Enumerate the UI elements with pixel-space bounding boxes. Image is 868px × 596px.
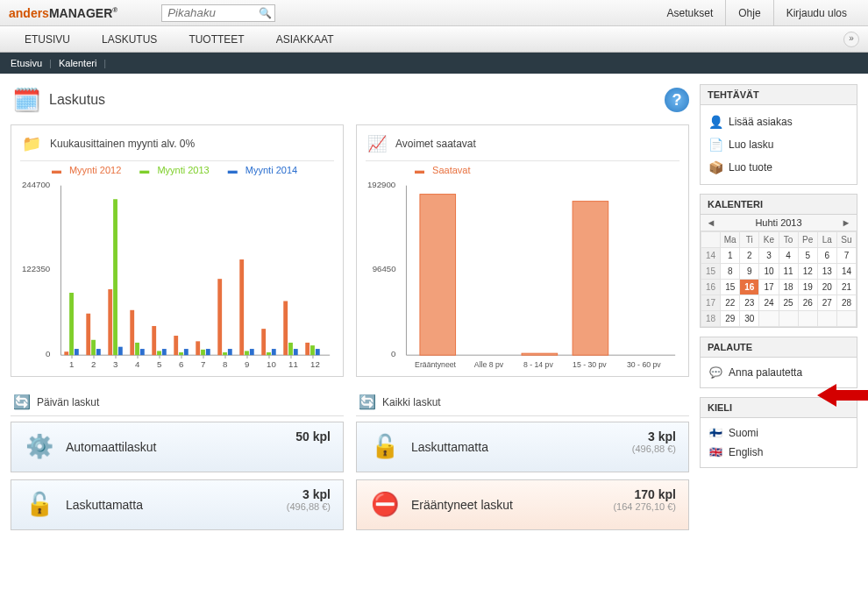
cal-day[interactable]: 4 (779, 248, 798, 264)
svg-text:244700: 244700 (22, 180, 50, 189)
svg-rect-27 (184, 349, 189, 355)
flag-fi-icon: 🇫🇮 (708, 425, 723, 441)
cal-day[interactable]: 22 (721, 295, 740, 311)
nav-more-button[interactable]: » (843, 32, 859, 47)
cal-day[interactable]: 5 (798, 248, 817, 264)
page-title-icon: 🗓️ (11, 84, 42, 116)
task-create-product[interactable]: 📦Luo tuote (708, 156, 850, 179)
cal-day[interactable]: 2 (740, 248, 759, 264)
cal-day[interactable]: 29 (721, 311, 740, 327)
cal-day[interactable]: 20 (817, 280, 836, 295)
cal-day[interactable]: 21 (836, 280, 856, 295)
svg-text:8: 8 (223, 359, 227, 369)
uninvoiced-today-card[interactable]: 🔓 Laskuttamatta 3 kpl(496,88 €) (11, 479, 344, 530)
annotation-arrow (817, 384, 868, 409)
subnav-kalenteri[interactable]: Kalenteri (59, 58, 96, 68)
svg-rect-35 (228, 349, 232, 355)
cal-day[interactable]: 18 (779, 280, 798, 295)
svg-rect-15 (118, 347, 123, 355)
svg-text:0: 0 (46, 349, 50, 358)
search-box: 🔍 (161, 4, 275, 22)
svg-rect-17 (130, 310, 134, 355)
sub-nav: Etusivu | Kalenteri | (0, 53, 868, 74)
monthly-sales-title: Kuukausittainen myynti alv. 0% (50, 138, 195, 150)
cal-day[interactable]: 23 (740, 295, 759, 311)
overdue-invoices-card[interactable]: ⛔ Erääntyneet laskut 170 kpl(164 276,10 … (356, 479, 689, 530)
top-links: Asetukset Ohje Kirjaudu ulos (655, 0, 859, 26)
cal-day[interactable]: 28 (836, 295, 856, 311)
cal-day[interactable]: 14 (836, 264, 856, 280)
nav-laskutus[interactable]: LASKUTUS (86, 26, 173, 53)
settings-link[interactable]: Asetukset (655, 0, 726, 26)
chart-row: 📁 Kuukausittainen myynti alv. 0% ▬ Myynt… (11, 124, 689, 377)
cal-day[interactable]: 9 (740, 264, 759, 280)
svg-text:30 - 60 pv: 30 - 60 pv (627, 360, 661, 369)
cal-day[interactable]: 3 (759, 248, 779, 264)
invoice-row: 🔄 Päivän laskut ⚙️ Automaattilaskut 50 k… (11, 389, 689, 537)
svg-rect-73 (573, 202, 608, 356)
chart1-body: 244700 122350 0 123456789101112 (20, 177, 334, 372)
lang-en[interactable]: 🇬🇧English (708, 443, 850, 462)
svg-rect-51 (316, 349, 320, 355)
cal-day[interactable]: 15 (721, 280, 740, 295)
cal-day[interactable]: 8 (721, 264, 740, 280)
cal-day[interactable]: 26 (798, 295, 817, 311)
chart2-body: 192900 96450 0 Erääntyneet Alle 8 pv 8 -… (366, 177, 679, 372)
svg-rect-38 (245, 351, 249, 355)
cal-day[interactable]: 6 (817, 248, 836, 264)
nav-asiakkaat[interactable]: ASIAKKAAT (260, 26, 350, 53)
help-link[interactable]: Ohje (725, 0, 772, 26)
svg-rect-5 (64, 351, 68, 355)
calendar-table: MaTiKeToPeLaSu 141234567 15891011121314 … (701, 231, 857, 327)
cal-day[interactable]: 13 (817, 264, 836, 280)
svg-text:12: 12 (310, 359, 320, 369)
cal-day[interactable]: 11 (779, 264, 798, 280)
box-icon: 📦 (708, 160, 723, 175)
cal-day[interactable]: 17 (759, 280, 779, 295)
refresh-icon: 🔄 (12, 393, 32, 412)
feedback-link[interactable]: 💬Anna palautetta (708, 363, 850, 382)
uninvoiced-all-card[interactable]: 🔓 Laskuttamatta 3 kpl(496,88 €) (356, 422, 689, 472)
speech-bubble-icon: 💬 (708, 365, 723, 380)
task-create-invoice[interactable]: 📄Luo lasku (708, 133, 850, 156)
chart1-legend: ▬ Myynti 2012 ▬ Myynti 2013 ▬ Myynti 201… (20, 165, 334, 175)
page-title: Laskutus (49, 92, 105, 108)
subnav-etusivu[interactable]: Etusivu (11, 58, 42, 68)
svg-rect-45 (283, 301, 288, 355)
all-invoices-col: 🔄 Kaikki laskut 🔓 Laskuttamatta 3 kpl(49… (356, 389, 689, 537)
content: 🗓️ Laskutus ? 📁 Kuukausittainen myynti a… (0, 74, 868, 548)
svg-rect-39 (250, 349, 254, 355)
cal-day[interactable]: 7 (836, 248, 856, 264)
cal-day[interactable]: 25 (779, 295, 798, 311)
svg-rect-29 (196, 341, 200, 355)
overdue-invoice-icon: ⛔ (369, 489, 401, 521)
cal-day[interactable]: 12 (798, 264, 817, 280)
svg-rect-72 (522, 353, 558, 355)
cal-day[interactable]: 24 (759, 295, 779, 311)
cal-day-today[interactable]: 16 (740, 280, 759, 295)
auto-invoices-card[interactable]: ⚙️ Automaattilaskut 50 kpl (11, 422, 344, 472)
lang-fi[interactable]: 🇫🇮Suomi (708, 423, 850, 443)
todays-invoices-title: Päivän laskut (37, 396, 99, 408)
search-icon[interactable]: 🔍 (259, 7, 272, 19)
nav-etusivu[interactable]: ETUSIVU (9, 26, 86, 53)
nav-tuotteet[interactable]: TUOTTEET (173, 26, 260, 53)
cal-day[interactable]: 27 (817, 295, 836, 311)
svg-rect-25 (174, 336, 178, 355)
svg-text:15 - 30 pv: 15 - 30 pv (573, 360, 607, 369)
svg-rect-18 (135, 343, 139, 355)
cal-prev-button[interactable]: ◄ (704, 217, 718, 228)
help-icon[interactable]: ? (665, 88, 689, 112)
cal-next-button[interactable]: ► (839, 217, 853, 228)
cal-day[interactable]: 19 (798, 280, 817, 295)
flag-en-icon: 🇬🇧 (708, 444, 723, 460)
svg-rect-42 (267, 352, 271, 355)
logo: andersMANAGER® (9, 6, 117, 20)
cal-day[interactable]: 10 (759, 264, 779, 280)
cal-day[interactable]: 1 (721, 248, 740, 264)
logout-link[interactable]: Kirjaudu ulos (773, 0, 859, 26)
task-add-customer[interactable]: 👤Lisää asiakas (708, 110, 850, 133)
svg-rect-26 (179, 352, 183, 355)
cal-day[interactable]: 30 (740, 311, 759, 327)
calendar-header: ◄ Huhti 2013 ► (701, 215, 857, 231)
